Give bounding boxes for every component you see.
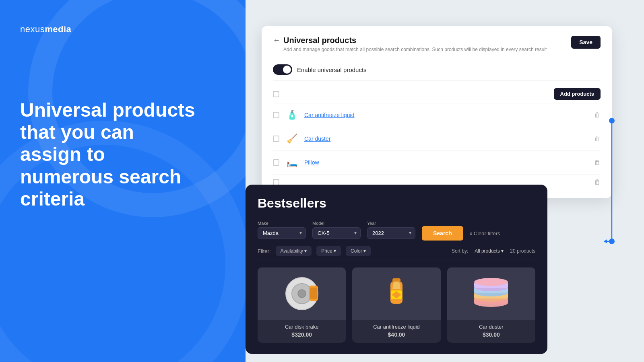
delete-icon[interactable]: 🗑 — [594, 159, 601, 166]
product-thumb: 🧹 — [284, 131, 299, 146]
svg-rect-9 — [310, 288, 317, 299]
store-title: Bestsellers — [258, 196, 535, 211]
product-card-name: Car duster — [447, 320, 535, 331]
delete-icon[interactable]: 🗑 — [594, 135, 601, 142]
save-button[interactable]: Save — [571, 36, 601, 49]
year-select-wrapper: 2022 2021 2020 — [367, 227, 415, 239]
color-filter[interactable]: Color ▾ — [346, 246, 371, 256]
page-subtitle: Add and manage goods that match all poss… — [283, 47, 547, 52]
right-area: ← Universal products Add and manage good… — [246, 0, 644, 362]
product-card-name: Car antifreeze liquid — [352, 320, 440, 331]
product-image — [352, 267, 440, 320]
left-panel: nexusmedia Universal products that you c… — [0, 0, 246, 362]
product-card[interactable]: Car duster $30.00 — [447, 267, 535, 343]
add-products-button[interactable]: Add products — [554, 88, 601, 100]
filter-bar: Filter: Availability ▾ Price ▾ Color ▾ S… — [258, 246, 535, 261]
delete-icon[interactable]: 🗑 — [594, 179, 601, 186]
product-card-price: $320.00 — [258, 331, 346, 343]
product-checkbox[interactable] — [273, 159, 279, 166]
product-name[interactable]: Car antifreeze liquid — [304, 112, 589, 118]
product-thumb: 🧴 — [284, 107, 299, 123]
storefront-card: Bestsellers Make Mazda Toyota BMW Model … — [246, 185, 547, 354]
product-image — [258, 267, 346, 320]
product-name[interactable]: Pillow — [304, 159, 589, 166]
svg-point-7 — [298, 290, 306, 298]
filter-right: Sort by: All products ▾ 20 products — [452, 248, 535, 254]
product-row: 🧹 Car duster 🗑 — [273, 127, 601, 151]
product-card-price: $30.00 — [447, 331, 535, 343]
model-select[interactable]: CX-5 CX-3 3 — [312, 227, 361, 239]
make-group: Make Mazda Toyota BMW — [258, 221, 306, 239]
sort-label: Sort by: — [452, 248, 468, 254]
availability-filter[interactable]: Availability ▾ — [276, 246, 312, 256]
title-row: ← Universal products — [273, 36, 547, 45]
svg-point-1 — [609, 118, 615, 123]
product-image — [447, 267, 535, 320]
filter-left: Filter: Availability ▾ Price ▾ Color ▾ — [258, 246, 371, 256]
product-row: 🛏️ Pillow 🗑 — [273, 151, 601, 175]
enable-toggle[interactable] — [273, 64, 292, 75]
vehicle-filter-row: Make Mazda Toyota BMW Model CX-5 CX-3 3 — [258, 219, 535, 241]
model-group: Model CX-5 CX-3 3 — [312, 221, 361, 239]
select-all-checkbox[interactable] — [273, 91, 279, 97]
year-label: Year — [367, 221, 415, 226]
products-header: Add products — [273, 85, 601, 103]
page-title: Universal products — [283, 36, 356, 45]
search-button[interactable]: Search — [422, 226, 463, 241]
product-checkbox[interactable] — [273, 136, 279, 142]
toggle-label: Enable universal products — [297, 66, 367, 73]
svg-point-23 — [474, 278, 508, 286]
product-count: 20 products — [510, 248, 535, 254]
make-label: Make — [258, 221, 306, 226]
enable-toggle-row: Enable universal products — [273, 59, 601, 81]
sort-select[interactable]: All products ▾ — [475, 248, 504, 254]
admin-header: ← Universal products Add and manage good… — [273, 36, 601, 52]
back-arrow[interactable]: ← — [273, 36, 280, 45]
year-select[interactable]: 2022 2021 2020 — [367, 227, 415, 239]
product-name[interactable]: Car duster — [304, 136, 589, 142]
product-checkbox[interactable] — [273, 112, 279, 118]
connector-arrow — [604, 121, 620, 259]
svg-marker-4 — [604, 239, 607, 243]
svg-marker-12 — [392, 282, 400, 289]
product-card-price: $40.00 — [352, 331, 440, 343]
make-select[interactable]: Mazda Toyota BMW — [258, 227, 306, 239]
model-label: Model — [312, 221, 361, 226]
product-card-name: Car disk brake — [258, 320, 346, 331]
filter-text: Filter: — [258, 248, 271, 254]
hero-headline: Universal products that you can assign t… — [20, 99, 197, 210]
make-select-wrapper: Mazda Toyota BMW — [258, 227, 306, 239]
product-thumb: 🛏️ — [284, 155, 299, 170]
price-filter[interactable]: Price ▾ — [316, 246, 341, 256]
delete-icon[interactable]: 🗑 — [594, 111, 601, 119]
admin-title-block: ← Universal products Add and manage good… — [273, 36, 547, 52]
logo: nexusmedia — [20, 24, 225, 35]
model-select-wrapper: CX-5 CX-3 3 — [312, 227, 361, 239]
product-grid: Car disk brake $320.00 Car antif — [258, 267, 535, 343]
product-card[interactable]: Car antifreeze liquid $40.00 — [352, 267, 440, 343]
admin-card: ← Universal products Add and manage good… — [262, 26, 612, 198]
year-group: Year 2022 2021 2020 — [367, 221, 415, 239]
product-card[interactable]: Car disk brake $320.00 — [258, 267, 346, 343]
product-row: 🧴 Car antifreeze liquid 🗑 — [273, 103, 601, 127]
clear-filters-link[interactable]: x Clear filters — [470, 230, 500, 237]
